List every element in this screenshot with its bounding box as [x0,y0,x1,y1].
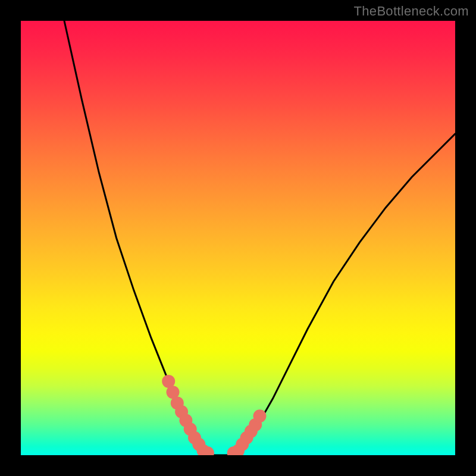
chart-svg [21,21,455,455]
marker-band-right [227,409,267,455]
watermark-label: TheBottleneck.com [354,4,469,19]
chart-plot-area [21,21,455,455]
curve-right [238,134,455,453]
marker-band-left [162,375,214,455]
marker-dot [253,409,267,422]
curve-left [64,21,203,453]
